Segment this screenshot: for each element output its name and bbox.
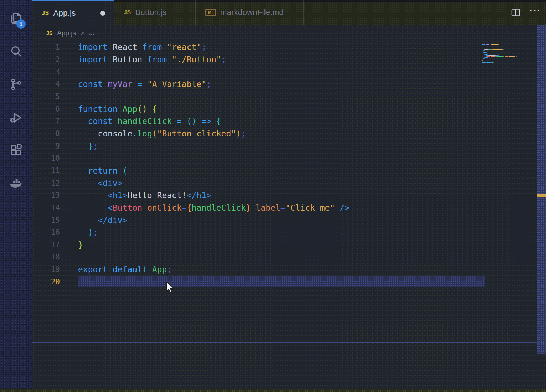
scrollbar[interactable] bbox=[537, 25, 546, 354]
line-number[interactable]: 9 bbox=[32, 142, 60, 150]
line-number[interactable]: 1 bbox=[32, 43, 60, 51]
source-control-icon[interactable] bbox=[8, 77, 24, 92]
tab-label: App.js bbox=[53, 9, 76, 18]
line-number[interactable]: 14 bbox=[32, 203, 60, 212]
minimap-line bbox=[482, 58, 522, 59]
minimap-line bbox=[482, 41, 522, 41]
line-number[interactable]: 20 bbox=[32, 278, 60, 286]
breadcrumb-file[interactable]: App.js bbox=[57, 29, 76, 37]
split-editor-icon[interactable] bbox=[511, 8, 520, 17]
code-row[interactable]: 4const myVar = "A Variable"; bbox=[32, 78, 546, 91]
minimap-line bbox=[482, 57, 522, 58]
markdown-file-icon: M↓ bbox=[205, 9, 216, 16]
editor-bottom-divider bbox=[32, 342, 546, 343]
indent-guide bbox=[108, 189, 108, 214]
minimap-line bbox=[482, 49, 522, 50]
code-lines[interactable]: 1import React from "react";2import Butto… bbox=[32, 41, 546, 288]
cursor-position-marker bbox=[537, 194, 546, 197]
line-number[interactable]: 17 bbox=[32, 241, 60, 249]
code-row[interactable]: 17} bbox=[32, 239, 546, 251]
tab-app-js[interactable]: JS App.js bbox=[32, 0, 114, 25]
code-row[interactable]: 2import Button from "./Button"; bbox=[32, 53, 546, 66]
code-row[interactable]: 14 <Button onClick={handleClick} label="… bbox=[32, 202, 546, 214]
run-debug-icon[interactable] bbox=[8, 110, 24, 125]
code-line[interactable]: <div> bbox=[78, 179, 123, 188]
breadcrumb[interactable]: JS App.js > ... bbox=[32, 25, 546, 41]
line-number[interactable]: 18 bbox=[32, 253, 60, 261]
code-line[interactable]: const handleClick = () => { bbox=[78, 117, 221, 126]
code-line[interactable]: <h1>Hello React!</h1> bbox=[78, 191, 211, 200]
tab-label: Button.js bbox=[135, 8, 167, 17]
line-number[interactable]: 5 bbox=[32, 92, 60, 101]
minimap-line bbox=[482, 48, 522, 48]
line-number[interactable]: 19 bbox=[32, 265, 60, 274]
code-row[interactable]: 12 <div> bbox=[32, 177, 546, 189]
line-number[interactable]: 8 bbox=[32, 129, 60, 138]
code-row[interactable]: 15 </div> bbox=[32, 214, 546, 226]
line-number[interactable]: 16 bbox=[32, 228, 60, 237]
code-line[interactable]: export default App; bbox=[78, 265, 172, 274]
code-row[interactable]: 11 return ( bbox=[32, 165, 546, 177]
code-line[interactable]: </div> bbox=[78, 216, 127, 225]
code-row[interactable]: 5 bbox=[32, 91, 546, 103]
line-number[interactable]: 10 bbox=[32, 154, 60, 163]
indent-guide bbox=[98, 177, 98, 226]
line-number[interactable]: 3 bbox=[32, 68, 60, 76]
minimap[interactable] bbox=[482, 41, 522, 65]
line-number[interactable]: 2 bbox=[32, 55, 60, 64]
minimap-line bbox=[482, 44, 522, 45]
line-number[interactable]: 4 bbox=[32, 80, 60, 88]
js-file-icon: JS bbox=[124, 9, 131, 16]
line-number[interactable]: 13 bbox=[32, 191, 60, 200]
minimap-line bbox=[482, 61, 522, 62]
breadcrumb-symbol[interactable]: ... bbox=[89, 29, 94, 37]
code-row[interactable]: 20 bbox=[32, 275, 546, 288]
code-row[interactable]: 7 const handleClick = () => { bbox=[32, 115, 546, 128]
code-line[interactable]: <Button onClick={handleClick} label="Cli… bbox=[78, 203, 350, 212]
code-row[interactable]: 8 console.log("Button clicked"); bbox=[32, 128, 546, 140]
tab-label: markdownFile.md bbox=[220, 8, 284, 17]
code-row[interactable]: 6function App() { bbox=[32, 103, 546, 115]
code-row[interactable]: 3 bbox=[32, 66, 546, 78]
code-row[interactable]: 9 }; bbox=[32, 140, 546, 152]
search-icon[interactable] bbox=[8, 44, 24, 60]
line-number[interactable]: 15 bbox=[32, 216, 60, 225]
tab-actions: ··· bbox=[511, 0, 541, 25]
code-row[interactable]: 1import React from "react"; bbox=[32, 41, 546, 53]
js-file-icon: JS bbox=[42, 10, 49, 16]
minimap-line bbox=[482, 52, 522, 53]
modified-dot-icon[interactable] bbox=[100, 11, 105, 16]
minimap-line bbox=[482, 60, 522, 61]
docker-icon[interactable] bbox=[8, 176, 24, 191]
minimap-line bbox=[482, 55, 522, 56]
code-line[interactable]: import React from "react"; bbox=[78, 42, 206, 52]
code-line[interactable]: } bbox=[78, 240, 83, 249]
code-row[interactable]: 10 bbox=[32, 152, 546, 165]
minimap-line bbox=[482, 42, 522, 42]
line-number[interactable]: 6 bbox=[32, 105, 60, 113]
code-line[interactable]: return ( bbox=[78, 166, 128, 175]
tab-markdownfile-md[interactable]: M↓ markdownFile.md bbox=[196, 0, 304, 25]
code-line[interactable]: console.log("Button clicked"); bbox=[78, 129, 246, 138]
js-file-icon: JS bbox=[46, 30, 52, 36]
code-row[interactable]: 16 ); bbox=[32, 226, 546, 239]
window-bottom-edge bbox=[0, 389, 546, 392]
minimap-line bbox=[482, 50, 522, 51]
explorer-badge: 1 bbox=[16, 19, 26, 29]
code-row[interactable]: 18 bbox=[32, 251, 546, 263]
code-line[interactable]: function App() { bbox=[78, 104, 157, 114]
minimap-line bbox=[482, 54, 522, 55]
line-number[interactable]: 7 bbox=[32, 117, 60, 125]
minimap-line bbox=[482, 43, 522, 44]
code-row[interactable]: 13 <h1>Hello React!</h1> bbox=[32, 189, 546, 202]
code-line[interactable]: import Button from "./Button"; bbox=[78, 55, 226, 64]
code-row[interactable]: 19export default App; bbox=[32, 263, 546, 276]
more-actions-icon[interactable]: ··· bbox=[530, 11, 541, 14]
code-line[interactable]: const myVar = "A Variable"; bbox=[78, 79, 211, 89]
tab-button-js[interactable]: JS Button.js bbox=[114, 0, 196, 25]
line-number[interactable]: 11 bbox=[32, 166, 60, 175]
extensions-icon[interactable] bbox=[8, 143, 24, 158]
mouse-pointer-icon bbox=[166, 282, 174, 293]
line-number[interactable]: 12 bbox=[32, 179, 60, 187]
chevron-right-icon: > bbox=[81, 30, 84, 37]
